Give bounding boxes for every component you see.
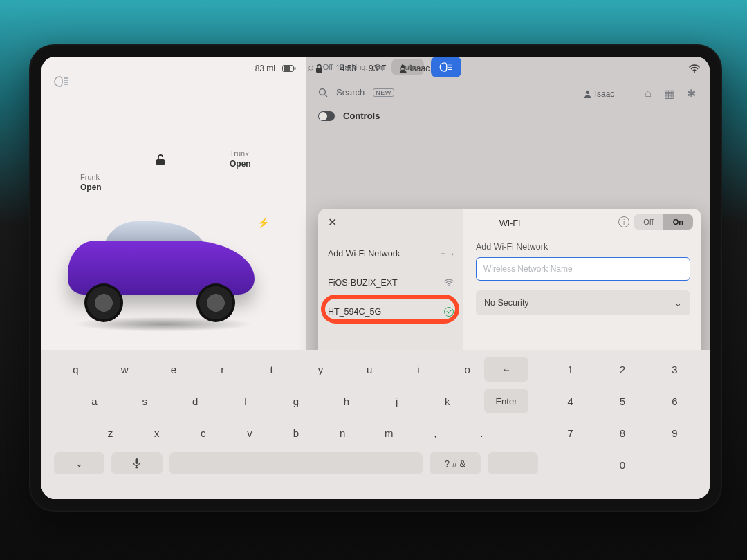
key-t[interactable]: t [250,357,293,382]
wifi-signal-icon [444,279,454,286]
key-b[interactable]: b [275,420,316,445]
wifi-modal-header: ✕ Wi-Fi i Off On [318,209,701,236]
new-badge: NEW [373,88,394,97]
svg-point-9 [448,285,450,286]
profile-chip[interactable]: Isaac [399,64,430,73]
search-icon [318,88,328,97]
bluetooth-icon[interactable]: ✱ [687,87,696,100]
add-network-label: Add Wi-Fi Network [476,242,690,252]
chevron-down-icon: ⌄ [674,298,682,308]
wifi-toggle[interactable]: Off On [634,214,693,230]
tablet-bezel: 83 mi Frunk Open Trunk Open ⚡ [29,44,722,512]
svg-rect-10 [136,458,138,464]
plus-icon: ＋ [439,248,447,259]
kbd-row-3: zxcvbnm,. [54,420,538,445]
svg-rect-3 [156,159,165,165]
temperature: 93°F [369,64,386,73]
person-icon [399,64,407,73]
numkey-3[interactable]: 3 [652,357,697,382]
key-v[interactable]: v [229,420,270,445]
key-k[interactable]: k [425,389,470,413]
numkey-5[interactable]: 5 [600,389,645,413]
unlock-icon[interactable] [155,153,166,166]
key-x[interactable]: x [136,420,177,445]
wifi-on[interactable]: On [663,214,693,230]
symbols-key[interactable]: ? # & [430,452,480,474]
wifi-title: Wi-Fi [499,218,520,228]
wifi-off[interactable]: Off [634,214,663,230]
key-r[interactable]: r [201,357,244,382]
security-select[interactable]: No Security ⌄ [476,290,690,315]
kbd-row-1: qwertyuiop [54,357,538,382]
headlight-icon[interactable] [54,76,69,87]
chevron-right-icon: › [451,250,454,258]
key-a[interactable]: a [72,389,117,413]
numkey-8[interactable]: 8 [600,420,645,445]
controls-row[interactable]: Controls [318,111,697,121]
numpad: 1234567890 [548,357,697,477]
key-u[interactable]: u [348,357,391,382]
key-d[interactable]: d [173,389,218,413]
status-bar-right: 14:53 93°F Isaac [315,64,700,73]
key-q[interactable]: q [54,357,98,382]
numkey-7[interactable]: 7 [548,420,593,445]
car-illustration [68,217,261,321]
close-icon[interactable]: ✕ [328,216,337,229]
wifi-network-item[interactable]: FiOS-BUZIX_EXT [318,268,463,297]
lock-icon[interactable] [315,64,323,73]
svg-point-8 [586,90,589,93]
top-right-icons: Isaac ⌂ ▦ ✱ [584,87,696,100]
mic-key[interactable] [111,452,162,474]
key-c[interactable]: c [183,420,223,445]
battery-icon [282,65,296,72]
network-name-input[interactable] [476,257,690,281]
space-key[interactable] [169,452,423,474]
svg-rect-2 [295,67,296,70]
numkey-4[interactable]: 4 [548,389,593,413]
svg-point-7 [320,88,326,95]
key-z[interactable]: z [90,420,131,445]
numkey-1[interactable]: 1 [548,357,593,382]
touchscreen: 83 mi Frunk Open Trunk Open ⚡ [42,57,710,499]
kbd-row-2: asdfghjkl [54,389,538,413]
key-s[interactable]: s [122,389,167,413]
key-y[interactable]: y [299,357,342,382]
info-icon[interactable]: i [618,216,629,227]
key-g[interactable]: g [274,389,319,413]
numkey-2[interactable]: 2 [600,357,645,382]
range-value: 83 mi [255,64,275,73]
numkey-0[interactable]: 0 [600,452,645,477]
kbd-row-bottom: ⌄ ? # & [54,452,538,474]
wifi-icon[interactable] [689,64,700,73]
wifi-network-item-selected[interactable]: HT_594C_5G [318,297,463,326]
svg-rect-1 [284,66,290,71]
key-i[interactable]: i [397,357,441,382]
numkey-6[interactable]: 6 [652,389,697,413]
brightness-icon[interactable]: ☼ [306,61,316,73]
trunk-button[interactable]: Trunk Open [230,149,251,169]
key-h[interactable]: h [324,389,369,413]
key-n[interactable]: n [322,420,363,445]
key-w[interactable]: w [103,357,147,382]
svg-point-5 [400,65,404,68]
add-network-row[interactable]: Add Wi-Fi Network ＋› [318,239,463,268]
profile-chip-small[interactable]: Isaac [584,87,615,100]
key-j[interactable]: j [374,389,419,413]
home-icon[interactable]: ⌂ [645,87,652,100]
search-label: Search [336,87,365,97]
key-o[interactable]: o [445,357,489,382]
status-left: 83 mi [255,64,296,73]
key-e[interactable]: e [152,357,196,382]
key-.[interactable]: . [461,420,502,445]
numkey-9[interactable]: 9 [652,420,697,445]
key-,[interactable]: , [415,420,456,445]
right-key[interactable] [488,452,538,474]
collapse-key[interactable]: ⌄ [54,452,104,474]
enter-key[interactable]: Enter [484,389,528,413]
backspace-key[interactable]: ← [484,357,528,382]
frunk-button[interactable]: Frunk Open [80,173,102,193]
key-f[interactable]: f [223,389,268,413]
check-icon [444,307,454,317]
key-m[interactable]: m [369,420,409,445]
grid-icon[interactable]: ▦ [664,87,674,100]
